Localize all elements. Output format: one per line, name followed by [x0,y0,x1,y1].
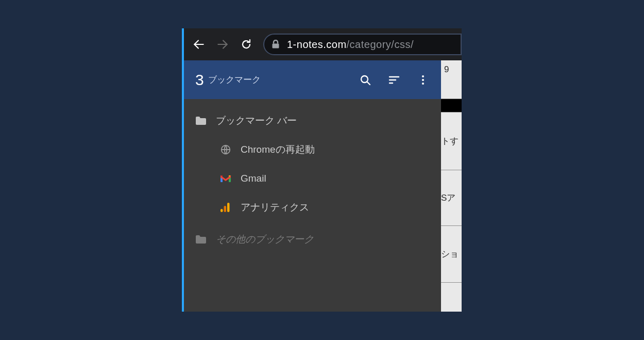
globe-icon [220,144,231,155]
url-text: 1-notes.com/category/css/ [287,39,414,51]
sort-icon [388,74,400,86]
analytics-icon [220,202,230,213]
forward-button[interactable] [211,38,234,51]
bookmark-label: Chromeの再起動 [241,143,315,156]
svg-line-2 [367,82,370,85]
svg-point-8 [422,82,424,84]
bookmark-item-gmail[interactable]: Gmail [184,164,441,193]
svg-rect-10 [221,209,223,212]
bookmark-header-title: ブックマーク [204,74,261,86]
svg-point-7 [422,78,424,80]
more-vert-icon [417,74,429,86]
svg-rect-0 [273,44,279,48]
bg-cell: Sア [441,170,462,226]
back-button[interactable] [187,38,211,51]
folder-label: その他のブックマーク [216,233,314,246]
svg-rect-12 [227,203,230,212]
bg-text: 9 [444,64,449,75]
svg-rect-11 [224,206,227,212]
folder-icon [195,235,207,244]
bg-cell [441,283,462,312]
search-icon [359,74,371,86]
bookmark-folder-other[interactable]: その他のブックマーク [184,225,441,254]
bg-cell: ショ [441,226,462,283]
bookmark-header: 3 ブックマーク [184,60,441,99]
search-button[interactable] [359,73,372,87]
url-path: /category/css/ [347,39,414,51]
arrow-left-icon [192,38,206,51]
screenshot-panel: 1-notes.com/category/css/ 9 トす Sア ショ 3 ブ… [182,28,462,312]
bookmark-label: アナリティクス [241,201,309,214]
svg-point-6 [422,75,424,77]
address-bar[interactable]: 1-notes.com/category/css/ [263,34,462,55]
bookmark-list: ブックマーク バー Chromeの再起動 Gmai [184,99,441,312]
reload-icon [240,38,252,51]
bg-text: ショ [441,248,459,260]
more-button[interactable] [416,73,430,87]
bg-cell: 9 [441,60,462,99]
bg-text: Sア [441,192,455,204]
bookmark-label: Gmail [241,173,266,184]
bookmark-folder-bar[interactable]: ブックマーク バー [184,106,441,135]
reload-button[interactable] [234,38,258,51]
sort-button[interactable] [387,73,401,87]
bg-cell-dark [441,99,462,112]
background-page-strip: 9 トす Sア ショ [441,60,462,312]
folder-label: ブックマーク バー [216,114,297,127]
folder-icon [195,116,207,125]
bg-text: トす [441,135,459,147]
bookmark-item-chrome-restart[interactable]: Chromeの再起動 [184,135,441,164]
gmail-icon [220,174,231,183]
bg-cell: トす [441,112,462,170]
bookmark-item-analytics[interactable]: アナリティクス [184,193,441,222]
url-host: 1-notes.com [287,39,347,51]
bookmark-count: 3 [184,71,204,89]
arrow-right-icon [216,38,229,51]
lock-icon [264,40,287,49]
browser-toolbar: 1-notes.com/category/css/ [184,28,462,60]
